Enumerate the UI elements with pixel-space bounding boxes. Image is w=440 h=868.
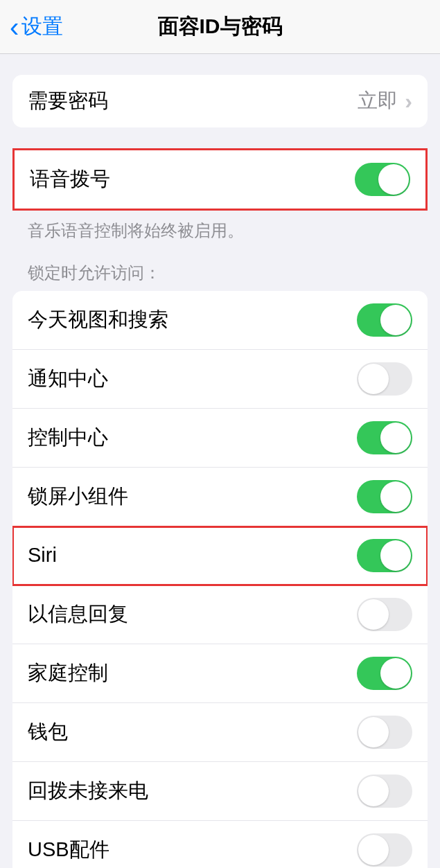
locked-access-toggle[interactable]: [357, 539, 412, 572]
toggle-knob: [380, 305, 411, 335]
voice-dial-toggle[interactable]: [355, 163, 410, 196]
locked-access-toggle[interactable]: [357, 421, 412, 454]
locked-access-header: 锁定时允许访问：: [12, 242, 428, 291]
locked-access-row: 回拨未接来电: [12, 762, 428, 821]
locked-access-item-label: 以信息回复: [28, 601, 128, 628]
locked-access-row: 通知中心: [12, 350, 428, 409]
locked-access-item-label: 今天视图和搜索: [28, 306, 168, 334]
locked-access-row: Siri: [12, 526, 428, 585]
locked-access-toggle[interactable]: [357, 657, 412, 690]
locked-access-row: 钱包: [12, 703, 428, 762]
locked-access-item-label: 控制中心: [28, 424, 108, 452]
toggle-knob: [358, 364, 389, 394]
toggle-knob: [358, 776, 389, 806]
locked-access-item-label: Siri: [28, 544, 57, 567]
back-label: 设置: [21, 12, 63, 41]
toggle-knob: [380, 658, 411, 689]
locked-access-section: 今天视图和搜索通知中心控制中心锁屏小组件Siri以信息回复家庭控制钱包回拨未接来…: [12, 291, 428, 868]
voice-dial-section: 语音拨号: [12, 148, 428, 211]
toggle-knob: [380, 540, 411, 571]
locked-access-toggle[interactable]: [357, 774, 412, 808]
locked-access-toggle[interactable]: [357, 716, 412, 749]
toggle-knob: [358, 717, 389, 747]
voice-dial-label: 语音拨号: [30, 166, 110, 193]
page-title: 面容ID与密码: [158, 12, 283, 41]
toggle-knob: [380, 423, 411, 453]
require-passcode-row[interactable]: 需要密码 立即 ›: [12, 75, 428, 127]
require-passcode-label: 需要密码: [28, 87, 108, 115]
back-button[interactable]: ‹ 设置: [0, 12, 63, 41]
toggle-knob: [378, 164, 409, 195]
locked-access-row: 家庭控制: [12, 644, 428, 703]
locked-access-item-label: 锁屏小组件: [28, 483, 128, 511]
require-passcode-section: 需要密码 立即 ›: [12, 75, 428, 127]
locked-access-row: USB配件: [12, 821, 428, 868]
locked-access-toggle[interactable]: [357, 303, 412, 337]
toggle-knob: [358, 835, 389, 865]
locked-access-toggle[interactable]: [357, 833, 412, 867]
locked-access-row: 锁屏小组件: [12, 468, 428, 526]
locked-access-toggle[interactable]: [357, 362, 412, 396]
locked-access-item-label: 家庭控制: [28, 659, 108, 687]
chevron-left-icon: ‹: [10, 13, 19, 41]
voice-dial-footer: 音乐语音控制将始终被启用。: [12, 211, 428, 242]
toggle-knob: [380, 481, 411, 512]
toggle-knob: [358, 599, 389, 630]
locked-access-item-label: 回拨未接来电: [28, 777, 148, 805]
locked-access-row: 控制中心: [12, 409, 428, 468]
locked-access-row: 今天视图和搜索: [12, 291, 428, 350]
chevron-right-icon: ›: [405, 89, 412, 114]
nav-header: ‹ 设置 面容ID与密码: [0, 0, 440, 54]
require-passcode-value: 立即: [358, 87, 398, 115]
locked-access-toggle[interactable]: [357, 598, 412, 631]
voice-dial-row: 语音拨号: [15, 150, 425, 209]
locked-access-item-label: 钱包: [28, 718, 68, 746]
locked-access-row: 以信息回复: [12, 585, 428, 644]
locked-access-toggle[interactable]: [357, 480, 412, 513]
locked-access-item-label: USB配件: [28, 836, 109, 864]
locked-access-item-label: 通知中心: [28, 365, 108, 393]
